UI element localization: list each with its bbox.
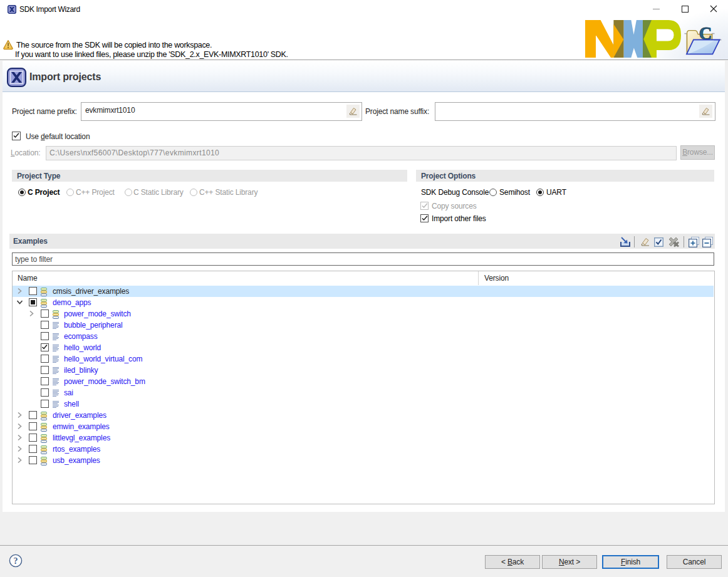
svg-text:?: ? (14, 556, 18, 566)
